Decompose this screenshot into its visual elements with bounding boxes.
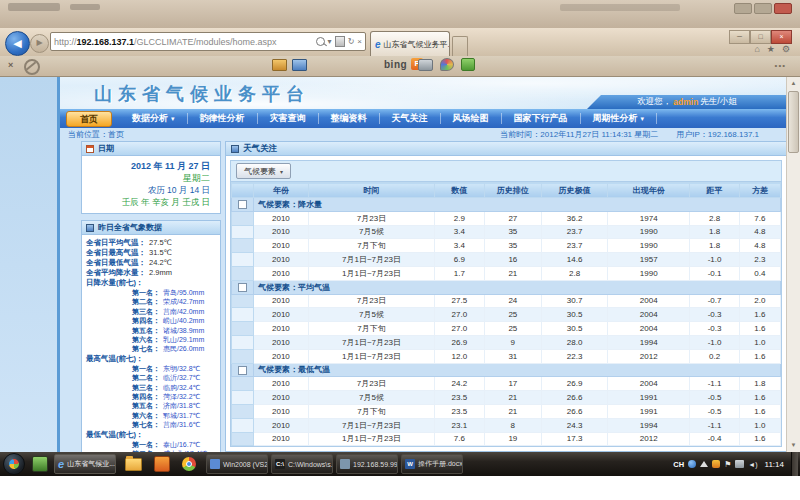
nav-item-国家下行产品[interactable]: 国家下行产品 <box>502 113 581 124</box>
cell: 2004 <box>608 322 690 336</box>
table-row[interactable]: 20107月23日2.92736.219742.87.6 <box>232 211 781 225</box>
cell: 1991 <box>608 404 690 418</box>
stop-icon[interactable]: × <box>357 37 362 46</box>
cell: 2004 <box>608 308 690 322</box>
maximize-button[interactable]: □ <box>750 30 771 44</box>
cell: -0.4 <box>690 432 739 446</box>
close-button[interactable]: × <box>771 30 792 44</box>
scroll-down-icon[interactable]: ▼ <box>787 439 800 452</box>
nav-item-周期性分析[interactable]: 周期性分析▾ <box>581 113 658 124</box>
background-window-fragment <box>8 3 60 11</box>
stat-line: 全省平均降水量：2.9mm <box>86 268 218 278</box>
nav-item-首页[interactable]: 首页 <box>66 111 112 127</box>
start-button[interactable] <box>3 453 25 475</box>
bg-minimize-button[interactable] <box>734 3 752 14</box>
browser-tab[interactable]: e 山东省气候业务平... × <box>370 31 450 56</box>
cell: 1974 <box>608 211 690 225</box>
taskbar-button[interactable]: W操作手册.docx ... <box>401 454 463 474</box>
nav-item-韵律性分析[interactable]: 韵律性分析 <box>188 113 258 124</box>
bg-maximize-button[interactable] <box>754 3 772 14</box>
network-icon[interactable] <box>735 460 744 468</box>
cell: 7月1日~7月23日 <box>308 253 434 267</box>
nav-item-灾害查询[interactable]: 灾害查询 <box>258 113 319 124</box>
compatibility-view-icon[interactable] <box>335 36 345 47</box>
palette-icon[interactable] <box>440 58 454 71</box>
rank-value: 乳山/29.1mm <box>163 336 204 343</box>
table-row[interactable]: 20107月下旬3.43523.719901.84.8 <box>232 239 781 253</box>
puzzle-addon-icon[interactable] <box>461 58 475 71</box>
table-row[interactable]: 20107月23日27.52430.72004-0.72.0 <box>232 294 781 308</box>
taskbar-button[interactable]: Win2008 (VS2... <box>206 454 268 474</box>
bing-logo: bing <box>384 59 407 70</box>
page-scrollbar[interactable]: ▲ ▼ <box>786 77 800 452</box>
table-row[interactable]: 20107月1日~7月23日26.9928.01994-1.01.0 <box>232 335 781 349</box>
cell: 2.3 <box>739 253 780 267</box>
group-row[interactable]: 气候要素：平均气温 <box>232 280 781 294</box>
table-row[interactable]: 20107月5候23.52126.61991-0.51.6 <box>232 391 781 405</box>
tray-app-icon[interactable] <box>688 460 696 468</box>
toolbar-close-icon[interactable]: × <box>8 60 13 70</box>
search-icon[interactable] <box>316 37 325 46</box>
table-row[interactable]: 20107月5候27.02530.52004-0.31.6 <box>232 308 781 322</box>
table-row[interactable]: 20107月1日~7月23日6.91614.61957-1.02.3 <box>232 253 781 267</box>
toolbar-overflow-icon[interactable]: ••• <box>775 61 786 70</box>
scroll-up-icon[interactable]: ▲ <box>787 77 800 90</box>
taskbar-button[interactable]: C:\C:\Windows\s... <box>271 454 333 474</box>
checkbox[interactable] <box>238 200 247 209</box>
card-icon[interactable] <box>272 59 287 71</box>
table-row[interactable]: 20107月5候3.43523.719901.84.8 <box>232 225 781 239</box>
checkbox[interactable] <box>238 366 247 375</box>
lunar-date-line: 农历 10 月 14 日 <box>86 184 210 196</box>
media-app-icon[interactable] <box>154 456 170 472</box>
tray-expand-icon[interactable] <box>700 461 708 467</box>
nav-item-天气关注[interactable]: 天气关注 <box>380 113 441 124</box>
table-row[interactable]: 20101月1日~7月23日1.7212.81990-0.10.4 <box>232 266 781 280</box>
rank-item: 第二名：荣成/42.7mm <box>86 297 218 306</box>
gear-icon[interactable]: ⚙ <box>782 44 790 54</box>
table-row[interactable]: 20107月23日24.21726.92004-1.11.8 <box>232 377 781 391</box>
table-row[interactable]: 20107月下旬27.02530.52004-0.31.6 <box>232 322 781 336</box>
nav-item-整编资料[interactable]: 整编资料 <box>319 113 380 124</box>
home-icon[interactable]: ⌂ <box>754 44 759 54</box>
tray-alert-icon[interactable] <box>712 460 720 468</box>
browser-app-icon[interactable] <box>182 457 196 471</box>
camera-icon[interactable] <box>418 59 433 71</box>
taskbar-buttons: Win2008 (VS2...C:\C:\Windows\s...192.168… <box>206 454 463 474</box>
table-row[interactable]: 20101月1日~7月23日7.61917.32012-0.41.6 <box>232 432 781 446</box>
speaker-icon[interactable]: ◄) <box>748 461 757 468</box>
blocked-icon[interactable] <box>24 59 40 75</box>
mail-icon[interactable] <box>292 59 307 71</box>
language-indicator[interactable]: CH <box>673 460 684 469</box>
search-dropdown-icon[interactable]: ▾ <box>328 37 332 46</box>
scrollbar-thumb[interactable] <box>788 91 799 153</box>
address-bar[interactable]: http://192.168.137.1/GLCCLIMATE/modules/… <box>50 32 366 51</box>
checkbox[interactable] <box>238 283 247 292</box>
action-center-flag-icon[interactable]: ⚑ <box>724 460 731 469</box>
taskbar-button[interactable]: 192.168.59.99... <box>336 454 398 474</box>
minimize-button[interactable]: ─ <box>729 30 750 44</box>
column-header: 年份 <box>253 183 308 198</box>
tray-clock[interactable]: 11:14 <box>765 460 784 469</box>
table-row[interactable]: 20101月1日~7月23日12.03122.320120.21.6 <box>232 349 781 363</box>
table-row[interactable]: 20107月下旬23.52126.61991-0.51.6 <box>232 404 781 418</box>
bg-close-button[interactable] <box>774 3 792 14</box>
forward-button[interactable]: ▶ <box>30 34 49 53</box>
pinned-app-icon[interactable] <box>32 456 48 472</box>
table-row[interactable]: 20107月1日~7月23日23.1824.31994-1.11.0 <box>232 418 781 432</box>
row-spacer-cell <box>232 377 254 391</box>
new-tab-button[interactable] <box>452 36 468 56</box>
show-desktop-button[interactable] <box>791 452 798 476</box>
favorites-star-icon[interactable]: ★ <box>767 44 775 54</box>
cell: 2010 <box>253 335 308 349</box>
nav-item-数据分析[interactable]: 数据分析▾ <box>120 113 188 124</box>
climate-element-button[interactable]: 气候要素 ▾ <box>236 163 291 179</box>
group-row[interactable]: 气候要素：最低气温 <box>232 363 781 377</box>
nav-item-风场绘图[interactable]: 风场绘图 <box>441 113 502 124</box>
cell: 2010 <box>253 239 308 253</box>
explorer-folder-icon[interactable] <box>125 458 142 471</box>
back-button[interactable]: ◀ <box>5 31 30 56</box>
rank-value: 菏泽/32.2℃ <box>163 393 200 400</box>
refresh-icon[interactable]: ↻ <box>348 37 355 46</box>
group-row[interactable]: 气候要素：降水量 <box>232 198 781 212</box>
taskbar-ie-button[interactable]: e 山东省气候业... <box>54 454 116 474</box>
